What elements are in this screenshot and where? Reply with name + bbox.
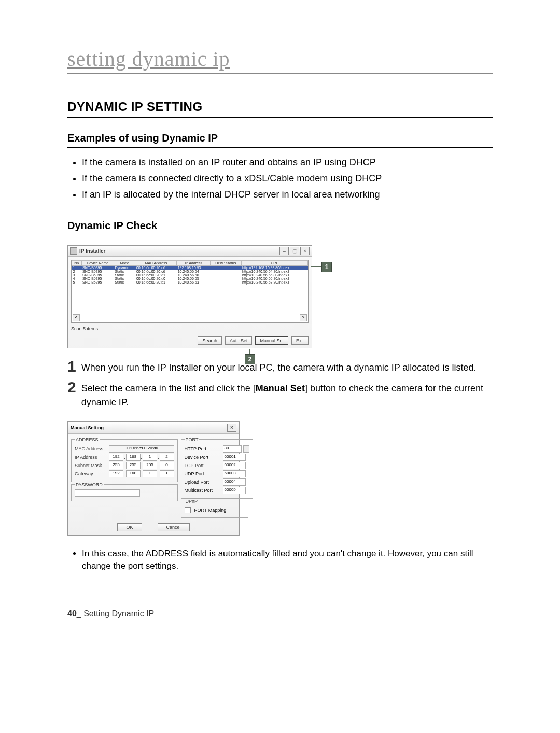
ok-button[interactable]: OK [117, 523, 142, 531]
exit-button[interactable]: Exit [291, 336, 309, 345]
table-header-row: No Device Name Mode MAC Address IP Addre… [72, 261, 308, 266]
password-group: PASSWORD [71, 482, 178, 501]
list-item: If an IP is allocated by the internal DH… [82, 187, 493, 202]
table-row[interactable]: 2SNC-B5395Static00:16:6c:00:20:c610.240.… [72, 270, 308, 273]
table-row[interactable]: 4SNC-B5395Static00:16:6c:00:20:d010.240.… [72, 277, 308, 280]
cancel-button[interactable]: Cancel [158, 523, 190, 531]
password-field[interactable] [75, 489, 140, 497]
window-title: IP Installer [79, 248, 105, 254]
group-label: UPnP [185, 499, 199, 504]
divider [67, 207, 493, 207]
examples-list: If the camera is installed on an IP rout… [67, 155, 493, 202]
port-mapping-checkbox[interactable] [185, 507, 191, 513]
label-ip: IP Address [75, 455, 107, 460]
label-subnet: Subnet Mask [75, 463, 107, 468]
minimize-button[interactable]: – [279, 247, 289, 255]
page-footer: 40_ Setting Dynamic IP [67, 609, 493, 618]
port-group: PORT HTTP Port80 Device Port60001 TCP Po… [181, 437, 253, 499]
http-port-field[interactable]: 80 [223, 445, 242, 453]
label-gateway: Gateway [75, 471, 107, 476]
note-item: In this case, the ADDRESS field is autom… [82, 547, 493, 573]
scroll-right-icon[interactable]: > [300, 314, 307, 321]
app-icon [70, 247, 77, 255]
subnet-segment[interactable]: 0 [160, 462, 174, 469]
group-label: ADDRESS [75, 437, 100, 442]
label-upload: Upload Port [185, 480, 221, 485]
manualset-button[interactable]: Manual Set [255, 336, 288, 345]
chapter-title: setting dynamic ip [67, 47, 493, 74]
close-button[interactable]: × [300, 247, 310, 255]
group-label: PORT [185, 437, 200, 442]
label-tcp: TCP Port [185, 463, 221, 468]
ip-segment[interactable]: 168 [126, 454, 141, 461]
dialog-title: Manual Setting [71, 425, 104, 430]
label-multicast: Multicast Port [185, 488, 221, 493]
gateway-segment[interactable]: 1 [143, 470, 157, 477]
search-button[interactable]: Search [198, 336, 222, 345]
subnet-segment[interactable]: 255 [109, 462, 123, 469]
tcp-port-field[interactable]: 60002 [223, 462, 246, 469]
section-title: DYNAMIC IP SETTING [67, 100, 493, 118]
label-http: HTTP Port [185, 446, 221, 452]
step-text-1: When you run the IP Installer on your lo… [81, 359, 493, 374]
list-item: If the camera is installed on an IP rout… [82, 155, 493, 170]
ip-segment[interactable]: 2 [160, 454, 174, 461]
subnet-segment[interactable]: 255 [126, 462, 141, 469]
scan-status: Scan 5 items [71, 326, 309, 331]
table-row[interactable]: 1SNC-B5395Dynamic00:16:6c:00:20:d6192.16… [72, 266, 308, 270]
subnet-segment[interactable]: 255 [143, 462, 157, 469]
multicast-port-field[interactable]: 60005 [223, 487, 246, 494]
spinner-icon[interactable] [243, 445, 249, 453]
gateway-segment[interactable]: 168 [126, 470, 141, 477]
callout-line [311, 266, 321, 267]
maximize-button[interactable]: ▢ [290, 247, 299, 255]
list-item: If the camera is connected directly to a… [82, 171, 493, 186]
table-row[interactable]: 5SNC-B5395Static00:16:6c:00:20:b110.240.… [72, 280, 308, 284]
ip-segment[interactable]: 192 [109, 454, 123, 461]
subheading-examples: Examples of using Dynamic IP [67, 132, 493, 148]
step-number-2: 2 [67, 379, 76, 408]
label-device: Device Port [185, 455, 221, 460]
gateway-segment[interactable]: 1 [160, 470, 174, 477]
autoset-button[interactable]: Auto Set [225, 336, 253, 345]
ip-segment[interactable]: 1 [143, 454, 157, 461]
label-mac: MAC Address [75, 446, 107, 452]
gateway-segment[interactable]: 192 [109, 470, 123, 477]
device-table[interactable]: No Device Name Mode MAC Address IP Addre… [72, 260, 308, 284]
udp-port-field[interactable]: 60003 [223, 470, 246, 477]
scroll-left-icon[interactable]: < [73, 314, 80, 321]
note-block: In this case, the ADDRESS field is autom… [67, 547, 493, 573]
device-port-field[interactable]: 60001 [223, 454, 246, 461]
ip-installer-window: IP Installer – ▢ × No Device Name Mode M [67, 245, 312, 348]
group-label: PASSWORD [75, 482, 104, 487]
callout-badge-1: 1 [321, 262, 332, 272]
device-table-container: No Device Name Mode MAC Address IP Addre… [71, 260, 309, 323]
titlebar: IP Installer – ▢ × [68, 246, 312, 257]
label-udp: UDP Port [185, 471, 221, 476]
manual-setting-dialog: Manual Setting × ADDRESS MAC Address 00:… [67, 421, 240, 536]
close-button[interactable]: × [227, 424, 236, 432]
step-text-2: Select the camera in the list and click … [81, 379, 493, 408]
address-group: ADDRESS MAC Address 00:16:6c:00:20:d6 IP… [71, 437, 178, 482]
label-portmap: PORT Mapping [194, 508, 227, 513]
callout-line [249, 349, 250, 354]
subheading-check: Dynamic IP Check [67, 220, 493, 235]
upload-port-field[interactable]: 60004 [223, 478, 246, 486]
upnp-group: UPnP PORT Mapping [181, 499, 248, 518]
step-number-1: 1 [67, 359, 76, 374]
table-row[interactable]: 3SNC-B5395Static00:16:6c:00:20:d110.240.… [72, 273, 308, 277]
callout-badge-2: 2 [245, 354, 255, 364]
mac-address-field: 00:16:6c:00:20:d6 [109, 445, 174, 453]
